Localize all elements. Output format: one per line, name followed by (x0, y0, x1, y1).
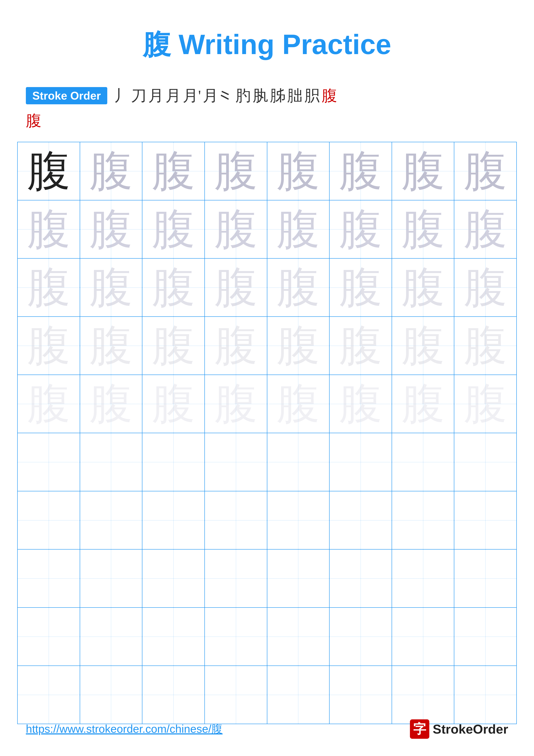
cell-1-2[interactable]: 腹 (80, 142, 142, 200)
practice-row-10 (17, 666, 517, 724)
cell-4-1[interactable]: 腹 (17, 316, 80, 375)
cell-4-2[interactable]: 腹 (80, 316, 142, 375)
cell-7-2[interactable] (80, 491, 142, 549)
cell-2-4[interactable]: 腹 (205, 200, 267, 258)
cell-1-1[interactable]: 腹 (17, 142, 80, 200)
cell-4-7[interactable]: 腹 (392, 316, 454, 375)
char-ghost: 腹 (339, 263, 382, 311)
cell-8-5[interactable] (267, 549, 330, 608)
cell-10-2[interactable] (80, 666, 142, 724)
cell-7-8[interactable] (454, 491, 517, 549)
cell-6-6[interactable] (329, 433, 392, 491)
char-ghost: 腹 (277, 205, 320, 253)
cell-4-4[interactable]: 腹 (205, 316, 267, 375)
cell-10-8[interactable] (454, 666, 517, 724)
char-ghost: 腹 (152, 147, 195, 195)
cell-6-8[interactable] (454, 433, 517, 491)
cell-8-8[interactable] (454, 549, 517, 608)
cell-7-5[interactable] (267, 491, 330, 549)
cell-3-6[interactable]: 腹 (329, 258, 392, 316)
stroke-step-10: 胐 (287, 85, 303, 106)
char-ghost: 腹 (401, 147, 445, 195)
cell-10-6[interactable] (329, 666, 392, 724)
cell-9-8[interactable] (454, 608, 517, 666)
cell-4-5[interactable]: 腹 (267, 316, 330, 375)
cell-2-3[interactable]: 腹 (142, 200, 205, 258)
practice-row-7 (17, 491, 517, 549)
char-ghost: 腹 (27, 263, 70, 311)
cell-1-5[interactable]: 腹 (267, 142, 330, 200)
cell-2-8[interactable]: 腹 (454, 200, 517, 258)
cell-2-2[interactable]: 腹 (80, 200, 142, 258)
cell-5-8[interactable]: 腹 (454, 375, 517, 433)
cell-5-1[interactable]: 腹 (17, 375, 80, 433)
cell-9-4[interactable] (205, 608, 267, 666)
cell-6-5[interactable] (267, 433, 330, 491)
cell-6-3[interactable] (142, 433, 205, 491)
cell-9-3[interactable] (142, 608, 205, 666)
cell-10-7[interactable] (392, 666, 454, 724)
cell-2-6[interactable]: 腹 (329, 200, 392, 258)
practice-row-5: 腹 腹 腹 腹 腹 腹 腹 腹 (17, 375, 517, 433)
cell-8-6[interactable] (329, 549, 392, 608)
practice-row-2: 腹 腹 腹 腹 腹 腹 腹 腹 (17, 200, 517, 258)
cell-2-7[interactable]: 腹 (392, 200, 454, 258)
cell-5-7[interactable]: 腹 (392, 375, 454, 433)
char-ghost: 腹 (152, 205, 195, 253)
cell-2-5[interactable]: 腹 (267, 200, 330, 258)
cell-7-6[interactable] (329, 491, 392, 549)
cell-9-2[interactable] (80, 608, 142, 666)
cell-7-3[interactable] (142, 491, 205, 549)
cell-8-2[interactable] (80, 549, 142, 608)
page-title: 腹 Writing Practice (0, 0, 534, 77)
stroke-order-section: Stroke Order 丿 刀 月 月 月' 月⺀ 肑 肒 胏 胐 胑 腹 (0, 77, 534, 110)
cell-6-7[interactable] (392, 433, 454, 491)
cell-8-7[interactable] (392, 549, 454, 608)
cell-6-1[interactable] (17, 433, 80, 491)
char-ghost: 腹 (401, 205, 445, 253)
cell-1-6[interactable]: 腹 (329, 142, 392, 200)
cell-10-1[interactable] (17, 666, 80, 724)
cell-3-4[interactable]: 腹 (205, 258, 267, 316)
cell-6-2[interactable] (80, 433, 142, 491)
stroke-order-badge[interactable]: Stroke Order (26, 87, 107, 104)
practice-row-8 (17, 549, 517, 608)
cell-10-3[interactable] (142, 666, 205, 724)
cell-5-2[interactable]: 腹 (80, 375, 142, 433)
cell-5-3[interactable]: 腹 (142, 375, 205, 433)
cell-1-8[interactable]: 腹 (454, 142, 517, 200)
cell-7-1[interactable] (17, 491, 80, 549)
cell-10-4[interactable] (205, 666, 267, 724)
cell-8-3[interactable] (142, 549, 205, 608)
cell-5-5[interactable]: 腹 (267, 375, 330, 433)
footer-url-link[interactable]: https://www.strokeorder.com/chinese/腹 (26, 721, 222, 737)
cell-1-3[interactable]: 腹 (142, 142, 205, 200)
cell-4-6[interactable]: 腹 (329, 316, 392, 375)
cell-9-6[interactable] (329, 608, 392, 666)
cell-2-1[interactable]: 腹 (17, 200, 80, 258)
cell-7-7[interactable] (392, 491, 454, 549)
cell-6-4[interactable] (205, 433, 267, 491)
cell-3-8[interactable]: 腹 (454, 258, 517, 316)
char-ghost: 腹 (27, 322, 70, 369)
brand-name: StrokeOrder (433, 722, 508, 737)
cell-4-8[interactable]: 腹 (454, 316, 517, 375)
cell-5-6[interactable]: 腹 (329, 375, 392, 433)
cell-9-1[interactable] (17, 608, 80, 666)
cell-1-4[interactable]: 腹 (205, 142, 267, 200)
cell-9-5[interactable] (267, 608, 330, 666)
cell-1-7[interactable]: 腹 (392, 142, 454, 200)
cell-4-3[interactable]: 腹 (142, 316, 205, 375)
cell-3-3[interactable]: 腹 (142, 258, 205, 316)
cell-3-2[interactable]: 腹 (80, 258, 142, 316)
cell-3-7[interactable]: 腹 (392, 258, 454, 316)
cell-8-1[interactable] (17, 549, 80, 608)
cell-3-1[interactable]: 腹 (17, 258, 80, 316)
cell-5-4[interactable]: 腹 (205, 375, 267, 433)
cell-9-7[interactable] (392, 608, 454, 666)
cell-10-5[interactable] (267, 666, 330, 724)
char-ghost: 腹 (277, 263, 320, 311)
cell-3-5[interactable]: 腹 (267, 258, 330, 316)
cell-8-4[interactable] (205, 549, 267, 608)
cell-7-4[interactable] (205, 491, 267, 549)
